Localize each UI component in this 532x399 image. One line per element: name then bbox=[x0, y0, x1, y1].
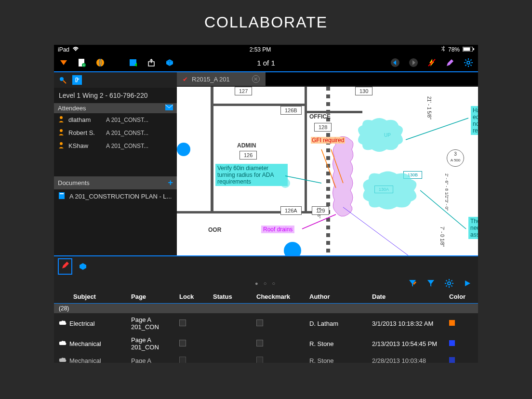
attendee-doc: A 201_CONST... bbox=[106, 143, 148, 149]
annotation-text[interactable]: The door need to be assemblie bbox=[468, 217, 478, 239]
dimension-label: 2' - 6" - 8 1/2"3' - 0" bbox=[444, 173, 449, 211]
person-icon bbox=[58, 129, 65, 137]
lock-checkbox[interactable] bbox=[179, 319, 186, 326]
new-doc-icon[interactable]: + bbox=[77, 58, 87, 67]
svg-point-39 bbox=[177, 143, 190, 156]
save-icon[interactable] bbox=[128, 58, 138, 67]
col-author[interactable]: Author bbox=[309, 293, 372, 300]
attendee-row[interactable]: dlatham A 201_CONST... bbox=[54, 113, 177, 126]
plan-tab[interactable]: ✔ R2015_A 201 ✕ bbox=[177, 72, 266, 86]
svg-line-47 bbox=[451, 285, 452, 286]
col-lock[interactable]: Lock bbox=[179, 293, 213, 300]
cloud-markup bbox=[329, 135, 358, 222]
blueprint-canvas[interactable]: 127 126B OFFICE 128 130 21' - 1 5/8" ADM… bbox=[177, 87, 478, 255]
lock-checkbox[interactable] bbox=[179, 340, 186, 346]
mail-icon[interactable] bbox=[165, 105, 173, 112]
project-label: Level 1 Wing 2 - 610-796-220 bbox=[54, 88, 177, 103]
svg-rect-30 bbox=[60, 193, 64, 194]
svg-line-18 bbox=[466, 60, 466, 61]
main-toolbar: + 1 of 1 bbox=[54, 54, 478, 72]
lightning-icon[interactable] bbox=[427, 58, 437, 67]
cloud-icon bbox=[59, 357, 66, 363]
filter-icon[interactable] bbox=[426, 279, 436, 288]
pin-icon[interactable] bbox=[58, 75, 67, 85]
markup-tab[interactable] bbox=[58, 258, 72, 275]
play-icon[interactable] bbox=[409, 58, 418, 67]
tab-strip: ✔ R2015_A 201 ✕ bbox=[177, 72, 478, 86]
svg-line-35 bbox=[406, 118, 468, 140]
lock-checkbox[interactable] bbox=[179, 357, 186, 363]
wifi-icon bbox=[72, 46, 79, 53]
exit-icon[interactable] bbox=[72, 75, 82, 85]
count-row: (28) bbox=[54, 304, 478, 313]
cube-tab[interactable] bbox=[78, 262, 88, 271]
room-label: 128 bbox=[314, 123, 332, 132]
cloud-markup bbox=[355, 116, 408, 154]
col-checkmark[interactable]: Checkmark bbox=[256, 293, 309, 300]
battery-percent: 78% bbox=[448, 46, 460, 53]
svg-line-31 bbox=[285, 176, 321, 183]
close-tab-icon[interactable]: ✕ bbox=[252, 75, 260, 83]
col-subject[interactable]: Subject bbox=[59, 293, 131, 300]
cloud-icon bbox=[59, 320, 66, 327]
checkmark-checkbox[interactable] bbox=[256, 357, 263, 363]
table-row[interactable]: Electrical Page A 201_CON D. Latham 3/1/… bbox=[54, 313, 478, 333]
pdf-icon bbox=[58, 192, 66, 201]
filter-edit-icon[interactable] bbox=[408, 279, 417, 288]
document-row[interactable]: A 201_CONSTRUCTION PLAN - L... bbox=[54, 189, 177, 203]
table-row[interactable]: Mechanical Page A R. Stone 2/28/2013 10:… bbox=[54, 354, 478, 363]
page-indicator: 1 of 1 bbox=[257, 59, 275, 67]
add-icon[interactable]: + bbox=[168, 178, 173, 188]
attendee-row[interactable]: KShaw A 201_CONST... bbox=[54, 139, 177, 152]
svg-line-20 bbox=[466, 65, 466, 66]
svg-point-6 bbox=[96, 59, 104, 66]
globe-icon[interactable] bbox=[95, 58, 105, 67]
cell-page: Page A 201_CON bbox=[131, 336, 179, 351]
prev-icon[interactable] bbox=[390, 58, 400, 67]
svg-line-19 bbox=[470, 65, 471, 66]
col-date[interactable]: Date bbox=[372, 293, 449, 300]
play-icon[interactable] bbox=[463, 279, 472, 288]
col-status[interactable]: Status bbox=[213, 293, 256, 300]
gear-icon[interactable] bbox=[464, 58, 473, 67]
annotation-text[interactable]: Verify 60in diameter turning radius for … bbox=[215, 164, 288, 186]
cell-page: Page A 201_CON bbox=[131, 316, 179, 331]
share-icon[interactable] bbox=[146, 58, 156, 67]
color-swatch bbox=[449, 357, 455, 363]
room-label: 126A bbox=[280, 206, 302, 215]
attendee-name: dlatham bbox=[68, 116, 102, 123]
svg-point-22 bbox=[60, 77, 64, 81]
svg-line-23 bbox=[63, 80, 66, 83]
attendee-row[interactable]: Robert S. A 201_CONST... bbox=[54, 126, 177, 139]
svg-point-41 bbox=[448, 282, 451, 285]
cell-date: 2/13/2013 10:54:45 PM bbox=[372, 340, 449, 347]
bluetooth-icon bbox=[441, 46, 445, 53]
checkmark-checkbox[interactable] bbox=[256, 319, 263, 326]
annotation-text[interactable]: Handrails edge of b nosing pe requireme bbox=[471, 106, 478, 135]
pager-dots[interactable]: ● ○ ○ bbox=[255, 280, 277, 286]
svg-rect-1 bbox=[463, 47, 470, 51]
bottom-panel: ● ○ ○ Subject Page Lock Status Checkmark… bbox=[54, 255, 478, 363]
gear-icon[interactable] bbox=[444, 279, 454, 288]
cell-date: 2/28/2013 10:03:48 bbox=[372, 357, 449, 363]
battery-icon bbox=[463, 46, 474, 53]
triangle-dropdown-icon[interactable] bbox=[59, 58, 68, 67]
package-icon[interactable] bbox=[165, 58, 174, 67]
dimension-label: 1' - 6" bbox=[317, 207, 321, 218]
device-label: iPad bbox=[58, 46, 69, 53]
svg-line-21 bbox=[470, 60, 471, 61]
room-label: 130 bbox=[355, 87, 372, 95]
sidebar: Level 1 Wing 2 - 610-796-220 Attendees d… bbox=[54, 72, 177, 255]
dimension-label: 21' - 1 5/8" bbox=[426, 96, 432, 120]
table-row[interactable]: Mechanical Page A 201_CON R. Stone 2/13/… bbox=[54, 333, 478, 354]
svg-line-46 bbox=[446, 280, 447, 281]
col-color[interactable]: Color bbox=[449, 293, 478, 300]
svg-line-49 bbox=[451, 280, 452, 281]
pencil-icon[interactable] bbox=[445, 58, 455, 67]
col-page[interactable]: Page bbox=[131, 293, 179, 300]
svg-point-27 bbox=[60, 129, 63, 132]
cell-subject: Electrical bbox=[69, 320, 95, 327]
annotation-text[interactable]: Roof drains bbox=[261, 226, 294, 233]
annotation-text[interactable]: GFI required bbox=[311, 137, 345, 144]
checkmark-checkbox[interactable] bbox=[256, 340, 263, 346]
